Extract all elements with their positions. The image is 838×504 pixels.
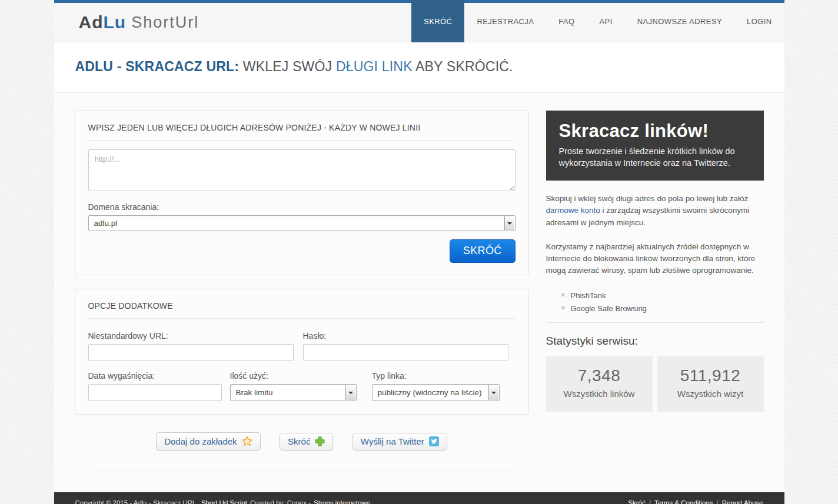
domain-select-value: adlu.pl <box>94 219 118 228</box>
uses-select[interactable]: Brak limitu <box>230 384 357 401</box>
sidebar-divider <box>546 322 764 323</box>
promo-text: Proste tworzenie i śledzenie krótkich li… <box>559 146 751 169</box>
agency-link[interactable]: Strony internetowe <box>314 499 370 504</box>
footer-links: Skróć/Terms & Conditions/Report Abuse <box>628 499 763 504</box>
safety-sources-list: PhishTank Google Safe Browsing <box>561 291 764 313</box>
expiry-label: Data wygaśnięcia: <box>88 371 222 380</box>
stats-title: Statystyki serwisu: <box>546 335 764 348</box>
domain-label: Domena skracania: <box>88 202 516 212</box>
main-content: WPISZ JEDEN LUB WIĘCEJ DŁUGICH ADRESÓW P… <box>54 93 784 472</box>
link-type-select[interactable]: publiczny (widoczny na liście) <box>372 384 500 401</box>
stat-box-visits: 511,912 Wszystkich wizyt <box>657 356 764 412</box>
shorten-share-button-label: Skróć <box>288 436 310 446</box>
share-buttons-row: Dodaj do zakładek Skróć Wyślij na Twitte… <box>75 432 529 450</box>
uses-label: Ilość użyć: <box>230 371 357 380</box>
bottom-divider <box>90 472 514 472</box>
chevron-down-icon <box>345 385 355 400</box>
options-row-2: Data wygaśnięcia: Ilość użyć: Brak limit… <box>88 362 516 401</box>
created-by-text: Created by: Conex - <box>248 499 312 504</box>
para1-before: Skopiuj i wklej swój długi adres do pola… <box>546 194 749 203</box>
options-panel: OPCJE DODATKOWE Niestandardowy URL: Hasł… <box>75 289 529 415</box>
twitter-button[interactable]: Wyślij na Twitter <box>353 433 447 450</box>
footer-copyright: Copyright © 2015 - Adlu - Skracacz URL. … <box>75 499 374 504</box>
options-row-1: Niestandardowy URL: Hasło: <box>88 328 516 361</box>
domain-select[interactable]: adlu.pl <box>88 215 516 231</box>
stat-box-links: 7,348 Wszystkich linków <box>546 356 653 412</box>
stats-row: 7,348 Wszystkich linków 511,912 Wszystki… <box>546 356 764 412</box>
stat-links-value: 7,348 <box>551 366 648 385</box>
stat-links-label: Wszystkich linków <box>551 389 648 399</box>
footer-separator: / <box>649 499 651 504</box>
divider <box>88 140 516 141</box>
page-title-brand: ADLU - SKRACACZ URL: <box>75 59 240 74</box>
uses-select-value: Brak limitu <box>236 388 273 397</box>
page-title: ADLU - SKRACACZ URL: WKLEJ SWÓJ DŁUGI LI… <box>75 59 763 75</box>
link-type-select-value: publiczny (widoczny na liście) <box>378 388 482 397</box>
footer-separator: / <box>717 499 719 504</box>
divider <box>88 318 516 319</box>
twitter-button-label: Wyślij na Twitter <box>361 436 424 446</box>
logo-part-lu: Lu <box>104 12 127 32</box>
promo-title: Skracacz linków! <box>559 121 751 142</box>
logo-part-ad: Ad <box>79 12 104 32</box>
options-panel-title: OPCJE DODATKOWE <box>88 301 516 311</box>
nav-item-api[interactable]: API <box>587 0 625 42</box>
left-column: WPISZ JEDEN LUB WIĘCEJ DŁUGICH ADRESÓW P… <box>75 111 529 472</box>
shorten-panel: WPISZ JEDEN LUB WIĘCEJ DŁUGICH ADRESÓW P… <box>75 111 529 275</box>
page-title-mid: WKLEJ SWÓJ <box>239 59 336 74</box>
footer-link-skroc[interactable]: Skróć <box>628 499 645 504</box>
free-account-link[interactable]: darmowe konto <box>546 206 600 215</box>
copyright-text: Copyright © 2015 - Adlu - Skracacz URL. <box>75 499 200 504</box>
chevron-down-icon <box>504 216 514 230</box>
promo-box: Skracacz linków! Proste tworzenie i śled… <box>546 111 764 181</box>
nav-item-rejestracja[interactable]: REJESTRACJA <box>464 0 546 42</box>
nav-item-faq[interactable]: FAQ <box>546 0 587 42</box>
twitter-icon <box>429 436 439 446</box>
hero-band: ADLU - SKRACACZ URL: WKLEJ SWÓJ DŁUGI LI… <box>54 42 784 93</box>
shorten-submit-button[interactable]: SKRÓĆ <box>450 239 516 263</box>
custom-url-label: Niestandardowy URL: <box>88 331 294 341</box>
star-icon <box>242 436 252 446</box>
plus-icon <box>315 436 325 446</box>
stat-visits-value: 511,912 <box>662 366 759 385</box>
sidebar-paragraph-2: Korzystamy z najbardziej aktualnych źród… <box>546 241 764 277</box>
sidebar-paragraph-1: Skopiuj i wklej swój długi adres do pola… <box>546 193 764 229</box>
custom-url-input[interactable] <box>88 344 294 361</box>
logo-part-shorturl: ShortUrl <box>131 14 199 32</box>
shorten-panel-title: WPISZ JEDEN LUB WIĘCEJ DŁUGICH ADRESÓW P… <box>88 123 516 132</box>
footer-link-terms[interactable]: Terms & Conditions <box>654 499 713 504</box>
expiry-date-input[interactable] <box>88 384 222 401</box>
site-logo[interactable]: AdLuShortUrl <box>79 3 199 42</box>
list-item-phishtank: PhishTank <box>561 291 764 300</box>
page-title-end: ABY SKRÓCIĆ. <box>413 59 513 74</box>
footer: Copyright © 2015 - Adlu - Skracacz URL. … <box>54 492 784 504</box>
bookmark-button-label: Dodaj do zakładek <box>164 436 237 446</box>
submit-row: SKRÓĆ <box>88 239 516 263</box>
type-label: Typ linka: <box>372 371 500 380</box>
main-nav: SKRÓĆ REJESTRACJA FAQ API NAJNOWSZE ADRE… <box>411 0 784 42</box>
short-url-script-link[interactable]: Short Url Script <box>201 499 247 504</box>
nav-item-login[interactable]: LOGIN <box>734 0 784 42</box>
password-label: Hasło: <box>303 331 508 341</box>
nav-item-skroc[interactable]: SKRÓĆ <box>411 0 464 42</box>
chevron-down-icon <box>488 385 498 400</box>
nav-item-najnowsze-adresy[interactable]: NAJNOWSZE ADRESY <box>625 0 734 42</box>
password-input[interactable] <box>303 344 508 361</box>
footer-link-report-abuse[interactable]: Report Abuse <box>722 499 763 504</box>
sidebar: Skracacz linków! Proste tworzenie i śled… <box>546 111 764 412</box>
long-url-textarea[interactable] <box>88 149 516 191</box>
page-container: AdLuShortUrl SKRÓĆ REJESTRACJA FAQ API N… <box>54 0 784 504</box>
shorten-share-button[interactable]: Skróć <box>280 433 333 450</box>
list-item-google-safe-browsing: Google Safe Browsing <box>561 304 764 313</box>
stat-visits-label: Wszystkich wizyt <box>662 389 759 399</box>
copyright-period: . <box>371 499 373 504</box>
site-header: AdLuShortUrl SKRÓĆ REJESTRACJA FAQ API N… <box>54 3 784 42</box>
bookmark-button[interactable]: Dodaj do zakładek <box>156 432 260 450</box>
page-title-link[interactable]: DŁUGI LINK <box>336 59 413 74</box>
